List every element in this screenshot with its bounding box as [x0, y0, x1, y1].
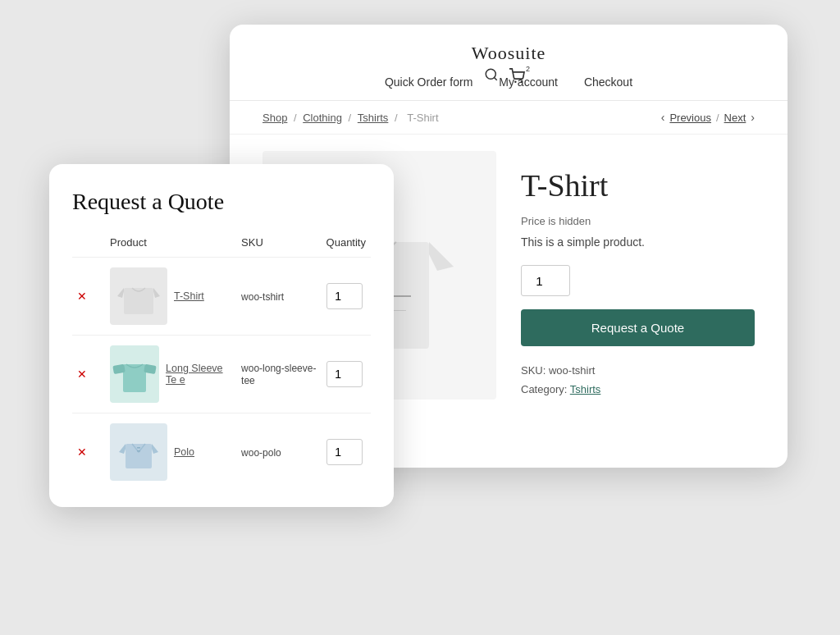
category-link[interactable]: Tshirts: [570, 383, 601, 395]
product-thumbnail: [110, 423, 167, 481]
category-label: Category:: [521, 383, 567, 395]
breadcrumb-tshirts[interactable]: Tshirts: [358, 112, 389, 124]
product-cell: Long Sleeve Te e: [105, 336, 236, 413]
breadcrumb-clothing[interactable]: Clothing: [303, 112, 342, 124]
next-link[interactable]: Next: [724, 112, 746, 124]
svg-rect-19: [137, 447, 140, 449]
remove-button[interactable]: ✕: [77, 445, 87, 459]
svg-marker-14: [153, 288, 160, 298]
nav-quick-order[interactable]: Quick Order form: [385, 75, 472, 89]
svg-line-1: [494, 77, 496, 80]
breadcrumb-sep1: /: [294, 112, 299, 124]
table-row: ✕ T-Shirt: [72, 258, 371, 336]
breadcrumb-bar: Shop / Clothing / Tshirts / T-Shirt ‹ Pr…: [230, 101, 788, 135]
breadcrumb: Shop / Clothing / Tshirts / T-Shirt: [262, 112, 442, 124]
remove-cell: ✕: [72, 258, 105, 336]
svg-rect-12: [124, 288, 153, 314]
sku-row: SKU: woo-tshirt: [521, 361, 755, 380]
breadcrumb-sep3: /: [395, 112, 400, 124]
table-row: ✕: [72, 336, 371, 413]
sku-cell: woo-long-sleeve-tee: [236, 336, 322, 413]
qty-cell: [322, 413, 371, 491]
remove-cell: ✕: [72, 336, 105, 413]
svg-point-2: [514, 80, 516, 82]
header-icons: 2: [484, 67, 525, 86]
remove-button[interactable]: ✕: [77, 290, 87, 303]
site-header: 2 Woosuite Quick Order form My account C…: [230, 25, 788, 101]
breadcrumb-current: T-Shirt: [407, 112, 438, 124]
remove-button[interactable]: ✕: [77, 368, 87, 381]
product-title: T-Shirt: [521, 167, 755, 203]
item-sku: woo-long-sleeve-tee: [241, 363, 316, 386]
product-description: This is a simple product.: [521, 235, 755, 249]
sku-label: SKU:: [521, 364, 546, 377]
col-quantity: Quantity: [322, 233, 371, 258]
table-row: ✕: [72, 413, 371, 491]
category-row: Category: Tshirts: [521, 380, 755, 399]
remove-cell: ✕: [72, 413, 105, 491]
quantity-input[interactable]: [521, 265, 570, 296]
svg-point-0: [486, 69, 495, 79]
search-icon[interactable]: [484, 67, 499, 86]
quote-request-card: Request a Quote Product SKU Quantity ✕: [49, 164, 394, 507]
col-sku: SKU: [236, 233, 322, 258]
svg-marker-22: [152, 444, 158, 454]
product-meta: SKU: woo-tshirt Category: Tshirts: [521, 361, 755, 400]
qty-cell: [322, 336, 371, 413]
breadcrumb-shop[interactable]: Shop: [262, 112, 287, 124]
item-sku: woo-tshirt: [241, 291, 284, 303]
request-quote-button[interactable]: Request a Quote: [521, 309, 755, 346]
product-name-link[interactable]: Polo: [174, 446, 194, 458]
chevron-left-icon: ‹: [661, 111, 665, 124]
breadcrumb-sep2: /: [349, 112, 354, 124]
product-info-panel: T-Shirt Price is hidden This is a simple…: [521, 151, 755, 400]
product-cell: T-Shirt: [105, 258, 236, 336]
sku-cell: woo-polo: [236, 413, 322, 491]
product-name-link[interactable]: T-Shirt: [174, 290, 204, 302]
prev-next-nav: ‹ Previous / Next ›: [661, 111, 755, 124]
site-title: Woosuite: [262, 43, 755, 64]
chevron-right-icon: ›: [751, 111, 755, 124]
product-thumbnail: [110, 345, 159, 403]
price-hidden-text: Price is hidden: [521, 215, 755, 227]
svg-marker-13: [117, 288, 124, 298]
svg-rect-20: [137, 450, 140, 452]
nav-separator: /: [716, 112, 719, 124]
sku-cell: woo-tshirt: [236, 258, 322, 336]
qty-cell: [322, 258, 371, 336]
col-product: Product: [105, 233, 236, 258]
col-remove: [72, 233, 105, 258]
quote-card-title: Request a Quote: [72, 189, 371, 215]
svg-rect-15: [123, 364, 146, 392]
svg-marker-21: [119, 444, 126, 454]
product-cell: Polo: [105, 413, 236, 491]
item-quantity-input[interactable]: [326, 361, 363, 387]
product-name-link[interactable]: Long Sleeve Te e: [166, 363, 231, 386]
product-thumbnail: [110, 267, 167, 325]
cart-count: 2: [526, 65, 530, 73]
sku-value: woo-tshirt: [549, 364, 595, 377]
previous-link[interactable]: Previous: [669, 112, 711, 124]
nav-checkout[interactable]: Checkout: [584, 75, 632, 89]
svg-marker-6: [429, 242, 454, 271]
cart-icon-wrapper[interactable]: 2: [509, 68, 525, 86]
item-quantity-input[interactable]: [326, 439, 363, 465]
quote-table: Product SKU Quantity ✕: [72, 233, 371, 491]
item-sku: woo-polo: [241, 447, 281, 459]
item-quantity-input[interactable]: [326, 283, 363, 309]
svg-point-3: [521, 80, 523, 82]
